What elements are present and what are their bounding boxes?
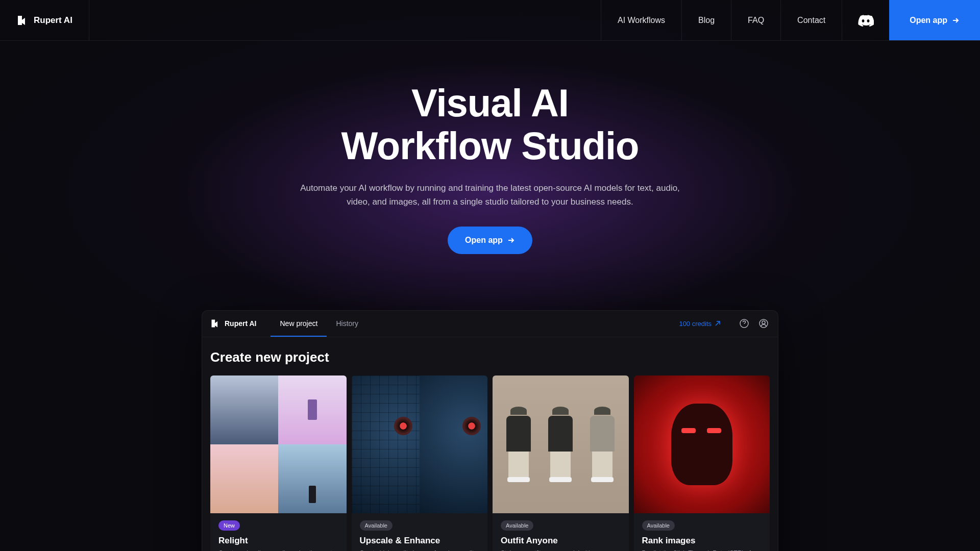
hero-open-app-button[interactable]: Open app <box>448 227 532 254</box>
hero-subtitle: Automate your AI workflow by running and… <box>288 181 692 209</box>
card-body: Available Upscale & Enhance Create high-… <box>352 513 488 551</box>
app-logo[interactable]: Rupert AI <box>210 318 256 329</box>
logo[interactable]: Rupert AI <box>0 0 89 40</box>
card-body: Available Outfit Anyone Style any outfit… <box>493 513 629 551</box>
nav-ai-workflows[interactable]: AI Workflows <box>601 0 681 40</box>
card-rank-images[interactable]: Available Rank images Predict the Click-… <box>634 375 770 551</box>
arrow-right-icon <box>507 236 515 244</box>
discord-icon <box>857 14 874 27</box>
arrow-right-icon <box>951 16 960 24</box>
nav-blog[interactable]: Blog <box>681 0 731 40</box>
card-description: Predict the Click-Through Rate (CTR) of … <box>642 549 762 551</box>
hero-title-line1: Visual AI <box>411 81 569 124</box>
app-tabs: New project History <box>271 310 367 337</box>
card-body: New Relight Create a visually appealing … <box>210 513 347 551</box>
app-header: Rupert AI New project History 100 credit… <box>202 311 778 337</box>
section-title: Create new project <box>210 349 770 365</box>
hero-title: Visual AI Workflow Studio <box>0 82 980 167</box>
tab-new-project[interactable]: New project <box>271 310 327 337</box>
open-app-label: Open app <box>910 16 947 25</box>
card-image <box>634 375 770 513</box>
help-button[interactable] <box>738 317 750 330</box>
card-title: Relight <box>218 536 338 546</box>
card-image <box>210 375 347 513</box>
external-link-icon <box>715 320 721 327</box>
card-description: Create a visually appealing advertisemen… <box>218 549 338 551</box>
nav-contact[interactable]: Contact <box>780 0 842 40</box>
brand-name: Rupert AI <box>34 15 72 26</box>
card-upscale-enhance[interactable]: Available Upscale & Enhance Create high-… <box>352 375 488 551</box>
app-body: Create new project New Relight Create a … <box>202 337 778 551</box>
svg-point-2 <box>762 321 765 324</box>
card-relight[interactable]: New Relight Create a visually appealing … <box>210 375 347 551</box>
badge-available: Available <box>501 520 533 531</box>
hero-title-line2: Workflow Studio <box>341 124 639 167</box>
account-button[interactable] <box>757 317 770 330</box>
card-title: Outfit Anyone <box>501 536 621 546</box>
nav-discord[interactable] <box>842 0 889 40</box>
nav-spacer <box>89 0 601 40</box>
card-title: Upscale & Enhance <box>360 536 480 546</box>
hero-section: Visual AI Workflow Studio Automate your … <box>0 41 980 254</box>
main-header: Rupert AI AI Workflows Blog FAQ Contact … <box>0 0 980 41</box>
project-cards-grid: New Relight Create a visually appealing … <box>210 375 770 551</box>
card-outfit-anyone[interactable]: Available Outfit Anyone Style any outfit… <box>493 375 629 551</box>
app-preview-window: Rupert AI New project History 100 credit… <box>202 310 778 551</box>
brand-logo-icon <box>16 14 29 27</box>
card-description: Style any outfit on any model with our v… <box>501 549 621 551</box>
hero-cta-label: Open app <box>465 236 503 245</box>
nav-open-app-button[interactable]: Open app <box>889 0 980 40</box>
card-image <box>352 375 488 513</box>
nav-faq[interactable]: FAQ <box>731 0 780 40</box>
credits-link[interactable]: 100 credits <box>679 320 721 328</box>
user-icon <box>758 318 769 329</box>
brand-logo-icon <box>210 318 220 329</box>
app-brand-name: Rupert AI <box>225 319 256 328</box>
card-title: Rank images <box>642 536 762 546</box>
badge-new: New <box>218 520 240 531</box>
help-icon <box>739 318 749 329</box>
credits-label: 100 credits <box>679 320 712 328</box>
card-description: Create high-quality images from low-qual… <box>360 549 480 551</box>
badge-available: Available <box>360 520 393 531</box>
card-image <box>493 375 629 513</box>
badge-available: Available <box>642 520 675 531</box>
tab-history[interactable]: History <box>327 310 368 337</box>
card-body: Available Rank images Predict the Click-… <box>634 513 770 551</box>
